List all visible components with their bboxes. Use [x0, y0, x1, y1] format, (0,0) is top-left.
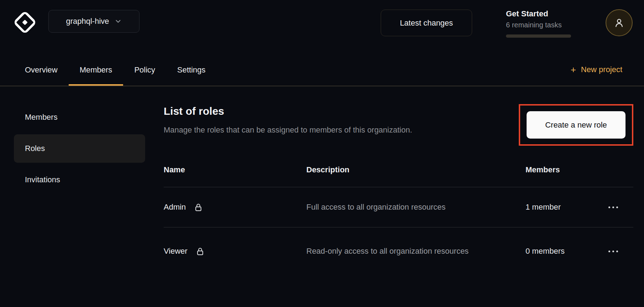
- role-name: Admin: [164, 203, 186, 212]
- table-row-admin: Admin Full access to all organization re…: [164, 187, 633, 227]
- tab-navigation: Overview Members Policy Settings + New p…: [0, 43, 644, 86]
- roles-panel: List of roles Manage the roles that can …: [164, 86, 633, 307]
- page-title: List of roles: [164, 104, 412, 118]
- lock-icon: [194, 203, 203, 212]
- get-started-widget[interactable]: Get Started 6 remaining tasks: [506, 9, 577, 38]
- page-body: Members Roles Invitations List of roles …: [0, 86, 644, 307]
- tab-policy[interactable]: Policy: [123, 56, 166, 86]
- new-project-button[interactable]: + New project: [571, 65, 622, 74]
- lock-icon: [195, 247, 205, 256]
- plus-icon: +: [571, 65, 576, 74]
- column-header-description: Description: [306, 164, 526, 176]
- row-menu-button[interactable]: [608, 204, 618, 210]
- role-name-cell: Viewer: [164, 247, 306, 256]
- latest-changes-button[interactable]: Latest changes: [381, 10, 472, 36]
- get-started-title: Get Started: [506, 9, 577, 18]
- sidebar-item-roles[interactable]: Roles: [14, 134, 145, 163]
- sidebar-item-invitations[interactable]: Invitations: [14, 166, 145, 194]
- role-members-cell: 1 member: [526, 203, 608, 212]
- column-header-name: Name: [164, 165, 306, 174]
- role-name-cell: Admin: [164, 203, 306, 212]
- tab-members[interactable]: Members: [69, 56, 123, 86]
- chevron-down-icon: [114, 17, 122, 25]
- role-description-cell: Read-only access to all organization res…: [306, 245, 526, 257]
- role-description-cell: Full access to all organization resource…: [306, 201, 526, 213]
- hive-logo[interactable]: [12, 10, 37, 35]
- role-name: Viewer: [164, 247, 188, 256]
- org-switcher[interactable]: graphql-hive: [48, 10, 139, 33]
- create-new-role-button[interactable]: Create a new role: [527, 111, 625, 139]
- row-menu-button[interactable]: [608, 248, 618, 254]
- roles-header-text: List of roles Manage the roles that can …: [164, 104, 412, 135]
- tab-settings[interactable]: Settings: [166, 56, 217, 86]
- column-header-members: Members: [526, 165, 608, 174]
- role-members-cell: 0 members: [526, 247, 608, 256]
- page-subtitle: Manage the roles that can be assigned to…: [164, 125, 412, 135]
- roles-table: Name Description Members Admin: [164, 153, 633, 275]
- role-actions-cell: [608, 248, 633, 254]
- avatar[interactable]: [606, 9, 633, 36]
- new-project-label: New project: [581, 65, 622, 74]
- user-icon: [613, 17, 625, 29]
- app-root: graphql-hive Latest changes Get Started …: [0, 0, 644, 307]
- get-started-subtitle: 6 remaining tasks: [506, 21, 577, 29]
- progress-bar: [506, 34, 571, 38]
- topbar: graphql-hive Latest changes Get Started …: [0, 0, 644, 43]
- tab-overview[interactable]: Overview: [14, 56, 69, 86]
- ellipsis-icon: [608, 251, 610, 252]
- annotation-highlight: Create a new role: [519, 104, 633, 146]
- org-name: graphql-hive: [66, 17, 109, 26]
- sidebar-item-members[interactable]: Members: [14, 103, 145, 131]
- ellipsis-icon: [608, 206, 610, 208]
- members-sidebar: Members Roles Invitations: [14, 86, 145, 307]
- roles-header: List of roles Manage the roles that can …: [164, 104, 633, 146]
- table-header-row: Name Description Members: [164, 153, 633, 187]
- role-actions-cell: [608, 204, 633, 210]
- table-row-viewer: Viewer Read-only access to all organizat…: [164, 227, 633, 275]
